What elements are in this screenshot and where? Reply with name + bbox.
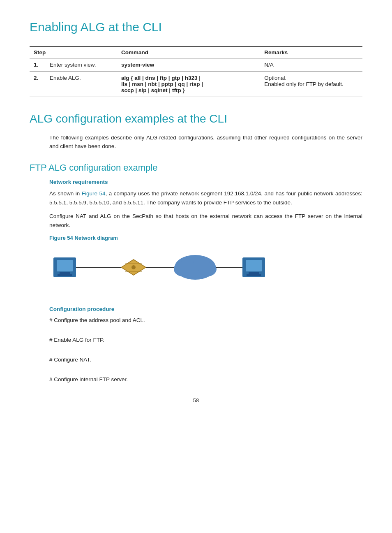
figure54-container: Figure 54 Network diagram bbox=[49, 235, 362, 294]
network-diagram-svg bbox=[49, 245, 279, 294]
client-screen bbox=[246, 260, 262, 271]
server-base bbox=[60, 272, 70, 274]
config-step-1: # Configure the address pool and ACL. bbox=[49, 316, 362, 324]
step-label-2: Enable ALG. bbox=[46, 72, 117, 97]
client-stand bbox=[247, 274, 261, 276]
step-label-1: Enter system view. bbox=[46, 58, 117, 72]
config-step-4: # Configure internal FTP server. bbox=[49, 375, 362, 384]
col-remarks: Remarks bbox=[260, 46, 362, 58]
section1-title: Enabling ALG at the CLI bbox=[30, 20, 362, 35]
subsection-config-procedure: Configuration procedure # Configure the … bbox=[30, 306, 362, 384]
para1-prefix: As shown in bbox=[49, 190, 82, 197]
section-enabling-alg: Enabling ALG at the CLI Step Command Rem… bbox=[30, 20, 362, 97]
network-requirements-title: Network requirements bbox=[49, 179, 362, 185]
config-step-3: # Configure NAT. bbox=[49, 356, 362, 364]
remarks-2-line1: Optional. bbox=[264, 75, 286, 81]
figure54-link[interactable]: Figure 54 bbox=[82, 190, 106, 197]
server-screen bbox=[57, 260, 73, 271]
remarks-2-line2: Enabled only for FTP by default. bbox=[264, 81, 344, 87]
figure54-label: Figure 54 Network diagram bbox=[49, 235, 362, 241]
col-command: Command bbox=[117, 46, 260, 58]
client-base bbox=[249, 272, 259, 274]
router-center bbox=[131, 265, 136, 269]
section2-title: ALG configuration examples at the CLI bbox=[30, 112, 362, 126]
subsection-network-requirements: Network requirements As shown in Figure … bbox=[30, 179, 362, 294]
page-number: 58 bbox=[30, 397, 362, 403]
remarks-1: N/A bbox=[260, 58, 362, 72]
command-1: system-view bbox=[117, 58, 260, 72]
command-2-text: alg { all | dns | ftp | gtp | h323 |ils … bbox=[121, 75, 203, 93]
section-alg-examples: ALG configuration examples at the CLI Th… bbox=[30, 112, 362, 151]
remarks-2: Optional. Enabled only for FTP by defaul… bbox=[260, 72, 362, 97]
section3-title: FTP ALG configuration example bbox=[30, 162, 362, 173]
section-ftp-alg: FTP ALG configuration example Network re… bbox=[30, 162, 362, 384]
config-procedure-title: Configuration procedure bbox=[49, 306, 362, 312]
section2-intro: The following examples describe only ALG… bbox=[49, 133, 362, 151]
step-num-1: 1. bbox=[30, 58, 46, 72]
step-num-2: 2. bbox=[30, 72, 46, 97]
col-step: Step bbox=[30, 46, 117, 58]
table-row: 2. Enable ALG. alg { all | dns | ftp | g… bbox=[30, 72, 362, 97]
table-row: 1. Enter system view. system-view N/A bbox=[30, 58, 362, 72]
network-req-para2: Configure NAT and ALG on the SecPath so … bbox=[49, 212, 362, 229]
config-step-2: # Enable ALG for FTP. bbox=[49, 336, 362, 344]
cloud-top-right bbox=[193, 256, 210, 269]
server-stand bbox=[58, 274, 72, 276]
command-2: alg { all | dns | ftp | gtp | h323 |ils … bbox=[117, 72, 260, 97]
alg-command-table: Step Command Remarks 1. Enter system vie… bbox=[30, 46, 362, 97]
network-req-para1: As shown in Figure 54, a company uses th… bbox=[49, 189, 362, 207]
